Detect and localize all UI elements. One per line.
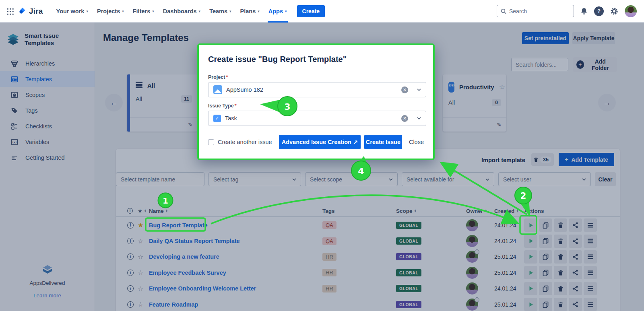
star-icon-outline[interactable]: ☆ xyxy=(138,253,143,261)
nav-apps[interactable]: Apps▾ xyxy=(268,0,287,23)
apply-play-button[interactable] xyxy=(524,266,537,279)
more-menu-button[interactable] xyxy=(584,250,597,264)
sidebar-item-getting-started[interactable]: Getting Started xyxy=(0,150,95,165)
close-modal-button[interactable]: Close xyxy=(409,139,424,145)
carousel-left-arrow[interactable]: ← xyxy=(105,94,123,111)
template-name-link[interactable]: Bug Report Template xyxy=(149,222,208,229)
share-button[interactable] xyxy=(569,266,582,279)
tag-chip[interactable]: HR xyxy=(322,269,336,276)
import-template-button[interactable]: Import template xyxy=(481,157,525,163)
folder-star-icon[interactable]: ☆ xyxy=(499,83,505,91)
apply-play-button[interactable] xyxy=(524,298,537,311)
advanced-issue-creation-button[interactable]: Advanced Issue Creation ↗ xyxy=(279,135,361,149)
template-name-link[interactable]: Employee Feedback Survey xyxy=(149,270,226,276)
apply-play-button[interactable] xyxy=(524,218,537,232)
star-icon-outline[interactable]: ☆ xyxy=(138,269,143,276)
share-button[interactable] xyxy=(569,298,582,311)
info-icon[interactable]: i xyxy=(127,222,134,229)
delete-button[interactable] xyxy=(554,266,567,279)
column-header-owner[interactable]: Owner xyxy=(466,208,483,214)
nav-teams[interactable]: Teams▾ xyxy=(209,0,231,23)
copy-button[interactable] xyxy=(539,266,552,279)
create-button[interactable]: Create xyxy=(297,5,325,17)
owner-avatar[interactable] xyxy=(466,299,478,311)
info-icon[interactable]: i xyxy=(127,301,134,308)
apply-play-button[interactable] xyxy=(524,235,537,248)
share-button[interactable] xyxy=(569,250,582,264)
add-folder-button[interactable]: + Add Folder xyxy=(573,57,617,72)
owner-avatar[interactable] xyxy=(466,235,478,247)
column-header-scope[interactable]: Scope xyxy=(396,208,413,214)
copy-button[interactable] xyxy=(539,282,552,295)
nav-plans[interactable]: Plans▾ xyxy=(240,0,260,23)
copy-button[interactable] xyxy=(539,298,552,311)
edit-pencil-icon[interactable]: ✎ xyxy=(497,122,502,128)
notifications-bell-icon[interactable] xyxy=(580,7,588,15)
trash-templates-button[interactable]: 35 xyxy=(531,153,554,166)
delete-button[interactable] xyxy=(554,250,567,264)
info-icon[interactable]: i xyxy=(127,253,134,260)
filter-select[interactable]: Select user xyxy=(498,172,591,186)
info-icon[interactable]: i xyxy=(127,270,134,276)
search-input[interactable] xyxy=(509,8,566,14)
tag-chip[interactable]: QA xyxy=(322,221,336,229)
global-search[interactable] xyxy=(497,5,574,17)
filter-select[interactable]: Select scope xyxy=(305,172,398,186)
issue-type-select[interactable]: ✓ Task ✕ xyxy=(208,111,426,126)
info-icon[interactable]: i xyxy=(127,285,134,292)
chevron-down-icon[interactable] xyxy=(417,117,421,119)
share-button[interactable] xyxy=(569,218,582,232)
nav-filters[interactable]: Filters▾ xyxy=(133,0,154,23)
carousel-right-arrow[interactable]: → xyxy=(598,94,616,111)
tag-chip[interactable]: HR xyxy=(322,285,336,292)
more-menu-button[interactable] xyxy=(584,282,597,295)
apply-play-button[interactable] xyxy=(524,282,537,295)
share-button[interactable] xyxy=(569,282,582,295)
more-menu-button[interactable] xyxy=(584,298,597,311)
sidebar-item-variables[interactable]: (x) Variables xyxy=(0,134,95,150)
template-name-link[interactable]: Employee Onboarding Welcome Letter xyxy=(149,285,256,292)
set-preinstalled-button[interactable]: Set preinstalled xyxy=(522,32,569,44)
clear-selection-icon[interactable]: ✕ xyxy=(401,87,408,93)
search-folders-input[interactable] xyxy=(511,58,568,71)
more-menu-button[interactable] xyxy=(584,266,597,279)
more-menu-button[interactable] xyxy=(584,218,597,232)
create-another-checkbox[interactable] xyxy=(208,139,214,145)
sort-icon[interactable]: ▲▼ xyxy=(485,209,487,212)
sort-icon[interactable]: ▲▼ xyxy=(516,209,518,212)
tag-chip[interactable]: HR xyxy=(322,253,336,261)
info-icon[interactable]: i xyxy=(127,238,134,244)
sidebar-item-checklists[interactable]: Checklists xyxy=(0,118,95,134)
filter-select[interactable]: Select available for xyxy=(402,172,494,186)
sidebar-item-scopes[interactable]: Scopes xyxy=(0,87,95,103)
more-menu-button[interactable] xyxy=(584,235,597,248)
sidebar-item-templates[interactable]: Templates xyxy=(0,71,95,87)
nav-projects[interactable]: Projects▾ xyxy=(97,0,124,23)
filter-select[interactable]: Select tag xyxy=(208,172,301,186)
user-avatar[interactable] xyxy=(625,5,637,17)
chevron-down-icon[interactable] xyxy=(417,89,421,91)
template-name-link[interactable]: Daily QA Status Report Template xyxy=(149,238,240,244)
copy-button[interactable] xyxy=(539,218,552,232)
clear-selection-icon[interactable]: ✕ xyxy=(401,115,408,122)
delete-button[interactable] xyxy=(554,218,567,232)
folder-card-all[interactable]: All All 11 ✎ xyxy=(127,74,198,132)
apply-template-button[interactable]: Apply Template xyxy=(572,32,615,44)
copy-button[interactable] xyxy=(539,235,552,248)
filter-template-name-input[interactable] xyxy=(116,172,204,186)
learn-more-link[interactable]: Learn more xyxy=(33,292,61,299)
star-icon-filled[interactable]: ★ xyxy=(138,221,143,229)
star-icon-outline[interactable]: ☆ xyxy=(138,301,143,308)
delete-button[interactable] xyxy=(554,235,567,248)
sort-icon[interactable]: ▲▼ xyxy=(165,209,168,212)
star-icon-outline[interactable]: ☆ xyxy=(138,285,143,292)
project-select[interactable]: AppSumo 182 ✕ xyxy=(208,82,426,97)
owner-avatar[interactable] xyxy=(466,282,478,295)
template-name-link[interactable]: Feature Roadmap xyxy=(149,301,198,308)
owner-avatar[interactable] xyxy=(466,219,478,231)
sort-icon[interactable]: ▲▼ xyxy=(144,209,147,212)
share-button[interactable] xyxy=(569,235,582,248)
star-icon[interactable]: ★ xyxy=(138,208,142,214)
add-template-button[interactable]: + Add Template xyxy=(559,153,614,166)
owner-avatar[interactable] xyxy=(466,251,478,263)
